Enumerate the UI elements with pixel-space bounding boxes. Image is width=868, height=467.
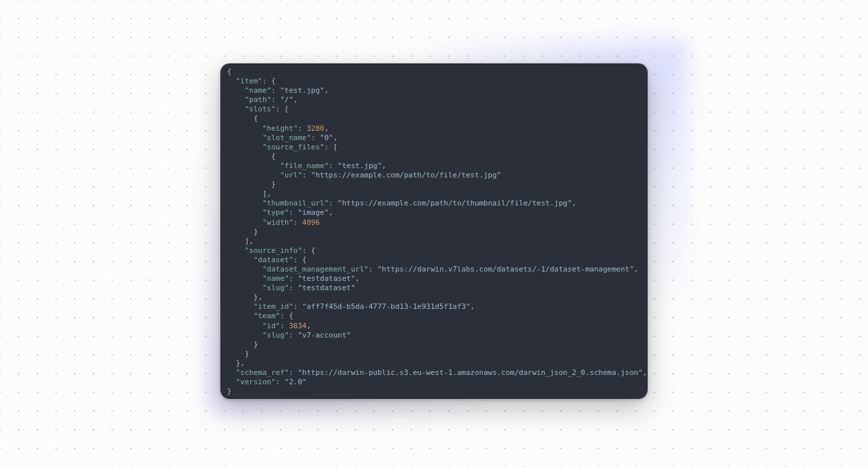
code-card: { "item": { "name": "test.jpg", "path": … — [220, 63, 648, 399]
dotted-background-card: { "item": { "name": "test.jpg", "path": … — [0, 0, 868, 467]
json-code-block: { "item": { "name": "test.jpg", "path": … — [227, 67, 641, 396]
